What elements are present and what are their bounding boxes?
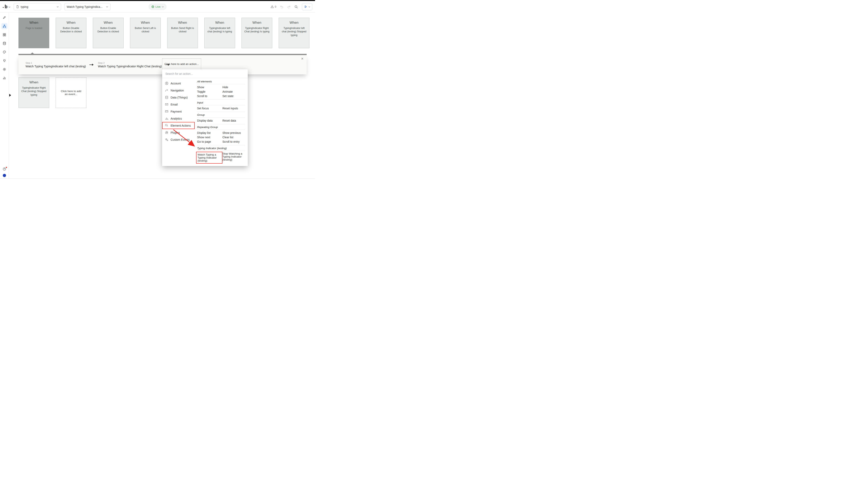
issues-indicator[interactable]: 0 <box>271 5 276 8</box>
event-subtitle: Button Send Left is clicked <box>130 27 160 34</box>
category-plugins[interactable]: Plugins <box>162 129 195 136</box>
category-analytics[interactable]: Analytics <box>162 115 195 122</box>
action-item[interactable]: Show next <box>197 135 222 139</box>
action-section-all-elements: All elements Show Hide Toggle Animate Sc… <box>197 79 245 98</box>
sidebar-item-plugins[interactable] <box>1 58 7 64</box>
action-item[interactable]: Reset inputs <box>222 106 245 110</box>
event-subtitle: Button Enable Detection is clicked <box>93 27 123 34</box>
page-icon <box>16 5 19 8</box>
redo-button[interactable] <box>287 5 291 8</box>
category-element-actions[interactable]: Element Actions <box>162 122 195 129</box>
event-title: When <box>205 21 235 25</box>
action-section-typing-indicator: Typing Indicator (testing) Watch Typing … <box>197 145 245 164</box>
event-card[interactable]: When Page is loaded <box>18 18 49 48</box>
action-item[interactable]: Scroll to entry <box>222 139 245 144</box>
undo-button[interactable] <box>280 5 283 8</box>
action-item[interactable]: Set state <box>222 94 245 98</box>
category-label: Custom Events <box>171 138 190 141</box>
section-header: Group <box>197 112 245 118</box>
database-icon <box>3 41 6 45</box>
action-item[interactable]: Go to page <box>197 139 222 144</box>
preview-button[interactable] <box>302 3 312 10</box>
action-search-input[interactable] <box>166 72 244 75</box>
category-label: Navigation <box>171 89 184 92</box>
sidebar-item-workflow[interactable] <box>1 23 7 29</box>
action-item[interactable]: Animate <box>222 89 245 94</box>
section-grid: Watch Typing a Typing Indicator (testing… <box>197 152 245 164</box>
section-header: Typing Indicator (testing) <box>197 146 245 151</box>
event-card[interactable]: When Button Enable Detection is clicked <box>93 18 124 48</box>
event-card[interactable]: When TypingIndicator left chat (testing)… <box>279 18 309 48</box>
payment-card-icon <box>165 110 168 113</box>
warning-icon <box>271 5 274 8</box>
workflow-selector[interactable]: Watch Typing TypingIndica... <box>64 3 110 10</box>
event-subtitle: TypingIndicator left chat (testing) Stop… <box>279 27 309 37</box>
action-item[interactable]: Reset data <box>222 118 245 123</box>
event-card[interactable]: When TypingIndicator Right Chat (testing… <box>18 78 49 108</box>
action-search <box>162 69 248 78</box>
section-grid: Display list Show previous Show next Cle… <box>197 131 245 144</box>
category-label: Analytics <box>171 117 182 120</box>
database-icon <box>165 96 168 99</box>
sidebar-item-styles[interactable] <box>1 49 7 55</box>
action-item[interactable]: Set focus <box>197 106 222 110</box>
sidebar-item-logs[interactable] <box>1 75 7 81</box>
action-item[interactable]: Clear list <box>222 135 245 139</box>
action-step-2[interactable]: Step 2 Watch Typing TypingIndicator Righ… <box>98 62 162 68</box>
category-label: Email <box>171 103 178 106</box>
event-cards-row-2: When TypingIndicator Right Chat (testing… <box>18 78 86 108</box>
category-custom-events[interactable]: Custom Events <box>162 136 195 143</box>
action-item[interactable]: Toggle <box>197 89 222 94</box>
user-avatar[interactable] <box>3 174 6 177</box>
event-subtitle: Page is loaded <box>19 27 49 30</box>
category-label: Payment <box>171 110 181 113</box>
action-step-1[interactable]: Step 1 Watch Typing TypingIndicator left… <box>25 62 86 68</box>
event-card[interactable]: When Button Send Right is clicked <box>167 18 198 48</box>
category-label: Data (Things) <box>171 96 188 99</box>
page-selector[interactable]: typing <box>14 3 61 10</box>
action-item[interactable]: Hide <box>222 85 245 89</box>
event-card[interactable]: When TypingIndicator left chat (testing)… <box>204 18 235 48</box>
event-title: When <box>19 80 49 84</box>
chevron-down-icon <box>162 6 164 7</box>
app-menu-button[interactable]: b <box>3 4 11 9</box>
event-card[interactable]: When Button Send Left is clicked <box>130 18 161 48</box>
action-item-watch-typing[interactable]: Watch Typing a Typing Indicator (testing… <box>197 153 222 163</box>
section-header: Repeating Group <box>197 125 245 130</box>
action-items: All elements Show Hide Toggle Animate Sc… <box>195 78 248 164</box>
add-event-button[interactable]: Click here to add an event... <box>56 78 86 108</box>
action-item[interactable]: Display list <box>197 131 222 135</box>
category-payment[interactable]: Payment <box>162 108 195 115</box>
action-item[interactable]: Scroll to <box>197 94 222 98</box>
category-navigation[interactable]: Navigation <box>162 87 195 94</box>
notification-dot <box>6 167 7 168</box>
action-item[interactable]: Show previous <box>222 131 245 135</box>
event-card[interactable]: When TypingIndicator Right Chat (testing… <box>242 18 272 48</box>
category-account[interactable]: Account <box>162 80 195 87</box>
bubble-logo-dot <box>3 7 4 8</box>
sidebar-item-data[interactable] <box>1 40 7 47</box>
element-actions-icon <box>165 124 168 127</box>
action-item[interactable]: Show <box>197 85 222 89</box>
category-email[interactable]: Email <box>162 101 195 108</box>
action-item-stop-watching[interactable]: Stop Watching a Typing Indicator (testin… <box>222 152 245 164</box>
category-label: Plugins <box>171 131 180 134</box>
globe-icon <box>151 5 154 8</box>
add-action-button[interactable]: Click here to add an action... <box>162 58 201 70</box>
collapse-handle[interactable] <box>9 94 11 97</box>
action-section-repeating-group: Repeating Group Display list Show previo… <box>197 124 245 144</box>
search-button[interactable] <box>294 5 298 8</box>
bottom-edge <box>0 178 315 180</box>
environment-selector[interactable]: Live <box>149 4 167 10</box>
event-card[interactable]: When Button Disable Detection is clicked <box>56 18 86 48</box>
sidebar-item-components[interactable] <box>1 32 7 38</box>
category-data-things[interactable]: Data (Things) <box>162 94 195 101</box>
action-item[interactable]: Display data <box>197 118 222 123</box>
close-panel-button[interactable]: × <box>301 57 303 61</box>
workflow-selector-value: Watch Typing TypingIndica... <box>67 5 104 8</box>
navigation-arrow-icon <box>165 89 168 92</box>
sidebar-item-settings[interactable] <box>1 66 7 72</box>
environment-label: Live <box>156 5 160 8</box>
sidebar-item-design[interactable] <box>1 15 7 20</box>
help-button[interactable] <box>3 167 6 171</box>
